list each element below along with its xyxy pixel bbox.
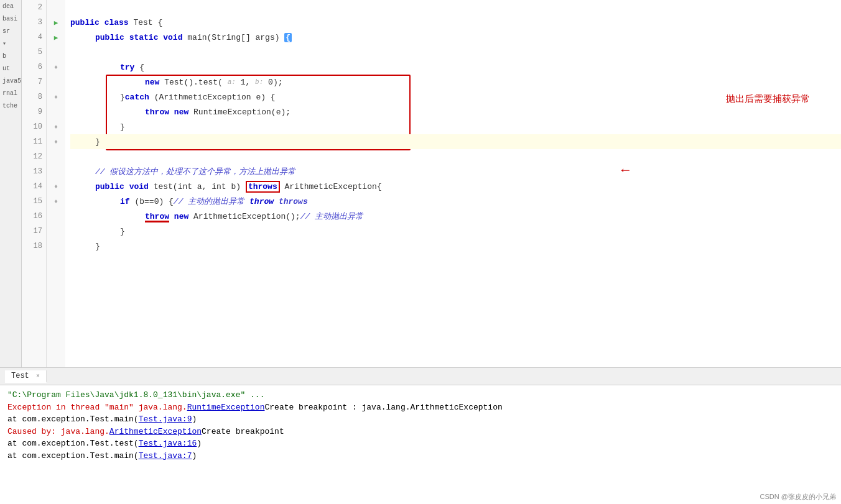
method-main: main(String[] args) — [187, 33, 284, 42]
code-line-17: } — [70, 224, 841, 239]
bottom-panel: Test × "C:\Program Files\Java\jdk1.8.0_1… — [0, 367, 841, 504]
code-line-12 — [70, 149, 841, 164]
sidebar-item-5[interactable]: b — [0, 50, 21, 62]
keyword-new-9: new — [174, 108, 188, 117]
keyword-new-7: new — [145, 78, 159, 87]
code-line-14: public void test(int a, int b) throws Ar… — [70, 179, 841, 194]
gutter-4: ▶ — [47, 30, 65, 45]
bookmark-icon-14: ♦ — [54, 183, 58, 190]
gutter-12 — [47, 149, 65, 164]
tab-close-button[interactable]: × — [36, 373, 40, 380]
at-line-5-prefix: at com.exception.Test.test( — [7, 438, 139, 450]
gutter-7 — [47, 75, 65, 89]
bookmark-icon-15: ♦ — [54, 198, 58, 205]
run-icon-3: ▶ — [54, 19, 58, 27]
line-num-6: 6 — [22, 60, 46, 75]
at-line-6-suffix: ) — [192, 450, 197, 462]
line-num-5: 5 — [22, 45, 46, 60]
line-num-7: 7 — [22, 75, 46, 89]
close-brace-10: } — [120, 122, 125, 132]
code-line-18: } — [70, 239, 841, 254]
code-panel: 2 3 4 5 6 7 8 9 10 11 12 13 14 15 16 17 … — [22, 0, 841, 367]
keyword-if: if — [120, 197, 130, 206]
sidebar: dea basi sr ▾ b ut java5 rnal tche — [0, 0, 22, 367]
throws-exception: ArithmeticException{ — [285, 182, 382, 191]
arithmetic-exception-link[interactable]: ArithmeticException — [109, 426, 202, 438]
code-line-15: if (b==0) { // 主动的抛出异常 throw throws — [70, 194, 841, 209]
catch-expr: (ArithmeticException e) { — [154, 93, 276, 102]
sidebar-item-9[interactable]: tche — [0, 99, 21, 112]
gutter-2 — [47, 0, 65, 15]
test-java-16-link[interactable]: Test.java:16 — [139, 438, 197, 450]
code-line-2 — [70, 0, 841, 15]
console-line-3: at com.exception.Test.main( Test.java:9 … — [7, 413, 834, 426]
line-num-8: 8 — [22, 89, 46, 104]
sidebar-item-8[interactable]: rnal — [0, 87, 21, 99]
at-line-5-suffix: ) — [197, 438, 202, 450]
code-line-7: new Test().test( a: 1, b: 0); — [70, 75, 841, 89]
comment-16: // 主动抛出异常 — [300, 211, 363, 222]
line-num-9: 9 — [22, 104, 46, 119]
runtime-exception-link[interactable]: RuntimeException — [187, 401, 265, 414]
caused-by-suffix: Create breakpoint — [202, 426, 284, 438]
keyword-throw-comment: throw — [249, 197, 274, 206]
console-output: "C:\Program Files\Java\jdk1.8.0_131\bin\… — [0, 385, 841, 504]
bookmark-icon-10: ♦ — [54, 124, 58, 131]
keyword-void-4: void — [163, 33, 182, 42]
code-line-3: public class Test { — [70, 15, 841, 30]
test-java-9-link[interactable]: Test.java:9 — [139, 413, 192, 426]
try-brace: { — [139, 63, 144, 72]
code-line-5 — [70, 45, 841, 60]
code-line-11: } — [70, 134, 841, 149]
test-call: Test().test( — [164, 78, 223, 87]
keyword-public-4: public — [95, 33, 124, 42]
csdn-watermark: CSDN @张皮皮的小兄弟 — [760, 492, 836, 502]
keyword-public-3: public — [70, 18, 100, 27]
console-line-6: at com.exception.Test.main( Test.java:7 … — [7, 450, 834, 462]
console-exe-path: "C:\Program Files\Java\jdk1.8.0_131\bin\… — [7, 389, 264, 401]
caused-by-prefix: Caused by: java.lang. — [7, 426, 109, 438]
bottom-tab-bar: Test × — [0, 368, 841, 385]
if-condition: (b==0) { — [134, 197, 173, 206]
code-line-4: public static void main(String[] args) { — [70, 30, 841, 45]
line-num-10: 10 — [22, 119, 46, 134]
line-num-4: 4 — [22, 30, 46, 45]
sidebar-item-4[interactable]: ▾ — [0, 37, 21, 50]
line-num-11: 11 — [22, 134, 46, 149]
keyword-throws: throws — [248, 182, 277, 191]
throws-keyword-box: throws — [246, 181, 280, 193]
sidebar-item-2[interactable]: basi — [0, 12, 21, 25]
sidebar-item-7[interactable]: java5 — [0, 75, 21, 87]
code-line-6: try { — [70, 60, 841, 75]
param-a-label: a: — [228, 78, 236, 86]
console-line-1: "C:\Program Files\Java\jdk1.8.0_131\bin\… — [7, 389, 834, 401]
gutter-15: ♦ — [47, 194, 65, 209]
gutter-13 — [47, 164, 65, 179]
sidebar-item-6[interactable]: ut — [0, 62, 21, 75]
code-line-16: throw new ArithmeticException(); // 主动抛出… — [70, 209, 841, 224]
close-brace-8: } — [120, 93, 125, 102]
gutter-14: ♦ — [47, 179, 65, 194]
bookmark-icon-8: ♦ — [54, 94, 58, 101]
open-brace-highlight: { — [284, 33, 292, 42]
keyword-public-14: public — [95, 182, 124, 191]
run-icon-4: ▶ — [54, 34, 58, 42]
gutter-17 — [47, 224, 65, 239]
gutter-3: ▶ — [47, 15, 65, 30]
class-name: Test { — [133, 18, 162, 27]
keyword-throws-comment: throws — [279, 197, 308, 206]
sidebar-item-3[interactable]: sr — [0, 25, 21, 37]
sidebar-item-1[interactable]: dea — [0, 0, 21, 12]
keyword-catch: catch — [125, 93, 149, 102]
close-brace-11: } — [95, 137, 100, 147]
gutter-18 — [47, 239, 65, 254]
gutter: ▶ ▶ ♦ ♦ ♦ ♦ ♦ ♦ — [47, 0, 65, 367]
line-num-2: 2 — [22, 0, 46, 15]
test-java-7-link[interactable]: Test.java:7 — [139, 450, 192, 462]
at-line-6-prefix: at com.exception.Test.main( — [7, 450, 139, 462]
arrow-icon: ← — [621, 163, 630, 178]
tab-test[interactable]: Test × — [5, 370, 47, 383]
close-brace-18: } — [95, 242, 100, 251]
keyword-throw-9: throw — [145, 108, 169, 117]
exception-prefix: Exception in thread "main" java.lang. — [7, 401, 187, 414]
